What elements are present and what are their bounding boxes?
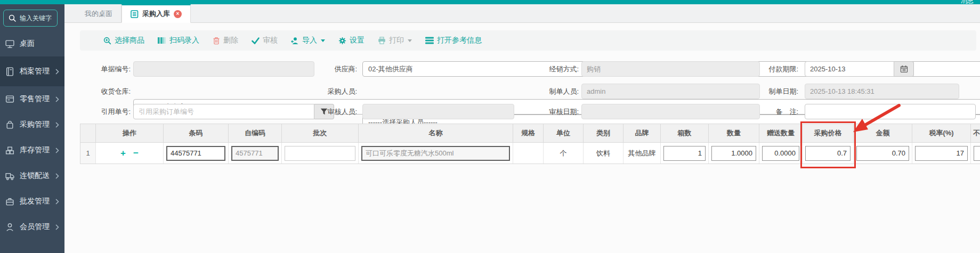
header-purchase-price: 采购价格 — [803, 124, 854, 142]
purchase-price-input[interactable] — [805, 146, 851, 161]
purchase-price-cell — [803, 143, 854, 164]
clipped-cell — [971, 143, 980, 164]
tax-rate-input[interactable] — [915, 146, 968, 161]
self-code-cell — [229, 143, 282, 164]
main-area: 我的桌面 采购入库 × 选择商品 扫码录入 删除 — [64, 4, 980, 253]
tab-my-desktop[interactable]: 我的桌面 — [76, 4, 122, 23]
sidebar-item-retail[interactable]: 零售管理 — [0, 86, 64, 112]
header-partial-text: 消息 — [961, 0, 974, 4]
sidebar-item-label: 连锁配送 — [20, 171, 50, 181]
audit-date-field — [581, 104, 760, 119]
auditor-input — [362, 104, 514, 119]
sidebar-item-desktop[interactable]: 桌面 — [0, 31, 64, 56]
clipped-input — [974, 146, 980, 161]
make-date-input — [805, 84, 959, 99]
amount-input[interactable] — [856, 146, 909, 161]
tab-label: 我的桌面 — [85, 9, 112, 19]
import-icon — [291, 37, 299, 45]
table-header-row: 操作 条码 自编码 批次 名称 规格 单位 类别 品牌 箱数 数量 赠送数量 采… — [80, 124, 980, 143]
header-name: 名称 — [359, 124, 513, 142]
barcode-cell — [164, 143, 229, 164]
gift-quantity-input[interactable] — [762, 146, 799, 161]
doc-no-label: 单据编号: — [75, 61, 131, 77]
sales-mode-label: 经销方式: — [531, 61, 579, 77]
ref-no-field — [133, 104, 335, 119]
buyer-label: 采购人员: — [309, 84, 357, 99]
supplier-label: 供应商: — [309, 61, 357, 77]
header-barcode: 条码 — [164, 124, 229, 142]
sales-mode-input — [581, 61, 760, 77]
header-spec: 规格 — [513, 124, 544, 142]
member-icon — [5, 222, 15, 232]
add-row-button[interactable]: + — [117, 149, 129, 158]
chevron-right-icon — [55, 96, 59, 102]
sidebar-item-members[interactable]: 会员管理 — [0, 214, 64, 240]
make-date-label: 制单日期: — [750, 84, 798, 99]
chevron-right-icon — [55, 148, 59, 153]
pay-due-field — [805, 61, 914, 77]
tab-bar: 我的桌面 采购入库 × — [64, 4, 980, 23]
quantity-cell — [709, 143, 759, 164]
row-number: 1 — [80, 143, 96, 164]
sidebar-item-label: 采购管理 — [20, 120, 50, 129]
remark-input[interactable] — [805, 104, 976, 119]
make-date-field — [805, 84, 959, 99]
batch-input[interactable] — [285, 146, 355, 161]
audit-button[interactable]: 审核 — [252, 36, 278, 45]
audit-date-input — [581, 104, 760, 119]
header-clipped-column: 不含税价 — [971, 124, 980, 142]
check-icon — [252, 37, 260, 44]
gift-quantity-cell — [759, 143, 803, 164]
header-self-code: 自编码 — [229, 124, 282, 142]
barcode-icon — [158, 37, 166, 44]
remove-row-button[interactable]: − — [129, 149, 142, 158]
header-quantity: 数量 — [709, 124, 759, 142]
open-reference-info-button[interactable]: 打开参考信息 — [425, 36, 482, 45]
settings-button[interactable]: 设置 — [338, 36, 365, 45]
self-code-input — [231, 146, 279, 161]
select-product-button[interactable]: 选择商品 — [103, 36, 144, 45]
pay-due-input[interactable] — [805, 61, 894, 77]
calendar-button[interactable] — [894, 61, 914, 77]
scan-entry-button[interactable]: 扫码录入 — [158, 36, 199, 45]
search-input[interactable] — [20, 14, 52, 22]
tab-close-icon[interactable]: × — [174, 10, 182, 18]
barcode-input[interactable] — [166, 146, 225, 161]
toolbar: 选择商品 扫码录入 删除 审核 导入 设置 — [80, 30, 976, 51]
tab-purchase-inbound[interactable]: 采购入库 × — [122, 4, 191, 23]
chevron-right-icon — [55, 69, 59, 75]
delete-button[interactable]: 删除 — [213, 36, 238, 45]
ref-no-label: 引用单号: — [75, 104, 131, 119]
quantity-input[interactable] — [711, 146, 756, 161]
boxes-input[interactable] — [663, 146, 706, 161]
sidebar-item-purchase[interactable]: 采购管理 — [0, 112, 64, 137]
chevron-right-icon — [55, 224, 59, 230]
button-label: 导入 — [302, 36, 317, 45]
archive-icon — [5, 67, 15, 77]
maker-input — [581, 84, 760, 99]
sidebar-item-inventory[interactable]: 库存管理 — [0, 137, 64, 163]
button-label: 扫码录入 — [169, 36, 199, 45]
sidebar-search-box[interactable] — [3, 10, 58, 27]
ref-no-input[interactable] — [133, 104, 314, 119]
row-operation-cell: + − — [96, 143, 164, 164]
form-doc-icon — [131, 10, 139, 18]
header-operation: 操作 — [96, 124, 164, 142]
import-button[interactable]: 导入 — [291, 36, 325, 45]
sidebar-item-wholesale[interactable]: 批发管理 — [0, 189, 64, 214]
audit-date-label: 审核日期: — [531, 104, 579, 119]
button-label: 打印 — [389, 36, 404, 45]
tax-rate-cell — [912, 143, 971, 164]
header-brand: 品牌 — [623, 124, 661, 142]
chevron-right-icon — [55, 122, 59, 128]
sidebar-item-chain-delivery[interactable]: 连锁配送 — [0, 163, 64, 189]
sidebar-item-label: 零售管理 — [20, 94, 50, 104]
name-input — [361, 146, 510, 161]
header-unit: 单位 — [544, 124, 584, 142]
sidebar-item-label: 桌面 — [20, 39, 35, 48]
category-cell: 饮料 — [584, 143, 623, 164]
print-button[interactable]: 打印 — [378, 36, 412, 45]
supplier-value: 02-其他供应商 — [368, 64, 413, 74]
sidebar-item-label: 档案管理 — [20, 67, 50, 76]
sidebar-item-archives[interactable]: 档案管理 — [0, 56, 64, 86]
